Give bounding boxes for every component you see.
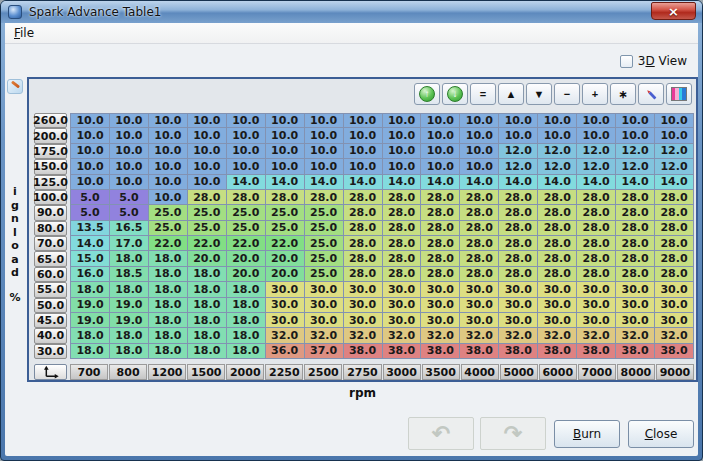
table-cell[interactable]: 30.0 (616, 298, 655, 313)
column-header-7000[interactable]: 7000 (578, 364, 616, 380)
add-button[interactable]: + (582, 83, 608, 105)
table-cell[interactable]: 10.0 (266, 144, 305, 159)
table-cell[interactable]: 14.0 (266, 175, 305, 190)
table-cell[interactable]: 28.0 (383, 205, 422, 220)
table-cell[interactable]: 14.0 (70, 236, 110, 251)
table-cell[interactable]: 10.0 (305, 144, 344, 159)
table-cell[interactable]: 12.0 (655, 159, 694, 174)
table-cell[interactable]: 18.0 (227, 328, 266, 343)
table-cell[interactable]: 17.0 (110, 236, 149, 251)
table-cell[interactable]: 19.0 (70, 298, 110, 313)
row-header-40[interactable]: 40.0 (34, 328, 67, 343)
window-titlebar[interactable]: Spark Advance Table1 × (1, 1, 702, 23)
table-cell[interactable]: 10.0 (305, 128, 344, 143)
table-cell[interactable]: 18.0 (188, 282, 227, 297)
table-cell[interactable]: 14.0 (499, 175, 538, 190)
table-cell[interactable]: 10.0 (344, 128, 383, 143)
table-cell[interactable]: 19.0 (110, 313, 149, 328)
table-cell[interactable]: 5.0 (110, 205, 149, 220)
table-cell[interactable]: 10.0 (266, 113, 305, 128)
table-cell[interactable]: 10.0 (344, 113, 383, 128)
table-cell[interactable]: 30.0 (305, 313, 344, 328)
table-cell[interactable]: 28.0 (499, 236, 538, 251)
table-cell[interactable]: 25.0 (227, 221, 266, 236)
table-cell[interactable]: 32.0 (499, 328, 538, 343)
table-cell[interactable]: 28.0 (577, 190, 616, 205)
burn-button[interactable]: Burn (554, 420, 620, 448)
table-cell[interactable]: 38.0 (344, 344, 383, 359)
column-header-1200[interactable]: 1200 (148, 364, 186, 380)
table-cell[interactable]: 10.0 (227, 113, 266, 128)
table-cell[interactable]: 10.0 (266, 159, 305, 174)
table-cell[interactable]: 30.0 (577, 313, 616, 328)
table-cell[interactable]: 16.5 (110, 221, 149, 236)
table-cell[interactable]: 32.0 (305, 328, 344, 343)
table-cell[interactable]: 10.0 (499, 128, 538, 143)
table-cell[interactable]: 28.0 (499, 267, 538, 282)
table-cell[interactable]: 18.0 (149, 251, 188, 266)
table-cell[interactable]: 28.0 (383, 251, 422, 266)
table-cell[interactable]: 30.0 (305, 298, 344, 313)
table-cell[interactable]: 18.0 (227, 298, 266, 313)
subtract-button[interactable]: − (554, 83, 580, 105)
table-cell[interactable]: 28.0 (499, 205, 538, 220)
table-cell[interactable]: 30.0 (655, 313, 694, 328)
table-cell[interactable]: 28.0 (421, 251, 460, 266)
table-cell[interactable]: 28.0 (305, 190, 344, 205)
table-cell[interactable]: 10.0 (383, 144, 422, 159)
table-cell[interactable]: 14.0 (460, 175, 499, 190)
table-cell[interactable]: 28.0 (421, 236, 460, 251)
table-cell[interactable]: 28.0 (421, 205, 460, 220)
table-cell[interactable]: 32.0 (383, 328, 422, 343)
table-cell[interactable]: 5.0 (70, 190, 110, 205)
table-cell[interactable]: 30.0 (577, 298, 616, 313)
table-cell[interactable]: 30.0 (538, 298, 577, 313)
table-cell[interactable]: 28.0 (538, 236, 577, 251)
table-cell[interactable]: 10.0 (149, 190, 188, 205)
table-cell[interactable]: 28.0 (538, 221, 577, 236)
table-cell[interactable]: 38.0 (616, 344, 655, 359)
table-cell[interactable]: 28.0 (655, 205, 694, 220)
table-cell[interactable]: 10.0 (227, 144, 266, 159)
table-cell[interactable]: 12.0 (499, 144, 538, 159)
table-cell[interactable]: 28.0 (344, 205, 383, 220)
table-cell[interactable]: 5.0 (70, 205, 110, 220)
table-cell[interactable]: 18.0 (149, 267, 188, 282)
table-cell[interactable]: 10.0 (577, 113, 616, 128)
checkbox-icon[interactable] (620, 55, 633, 68)
table-cell[interactable]: 10.0 (383, 128, 422, 143)
multiply-button[interactable]: ∗ (610, 83, 636, 105)
table-cell[interactable]: 30.0 (460, 313, 499, 328)
table-cell[interactable]: 18.0 (149, 282, 188, 297)
row-header-150[interactable]: 150.0 (34, 159, 67, 174)
table-cell[interactable]: 28.0 (577, 251, 616, 266)
table-cell[interactable]: 28.0 (577, 236, 616, 251)
table-cell[interactable]: 25.0 (266, 205, 305, 220)
table-cell[interactable]: 10.0 (344, 144, 383, 159)
table-cell[interactable]: 28.0 (616, 190, 655, 205)
table-cell[interactable]: 30.0 (344, 313, 383, 328)
table-cell[interactable]: 18.0 (188, 328, 227, 343)
table-cell[interactable]: 37.0 (305, 344, 344, 359)
table-cell[interactable]: 12.0 (616, 144, 655, 159)
row-header-200[interactable]: 200.0 (34, 128, 67, 143)
table-cell[interactable]: 10.0 (149, 113, 188, 128)
table-cell[interactable]: 28.0 (655, 236, 694, 251)
table-cell[interactable]: 25.0 (188, 221, 227, 236)
table-cell[interactable]: 30.0 (344, 298, 383, 313)
table-cell[interactable]: 38.0 (538, 344, 577, 359)
table-cell[interactable]: 28.0 (344, 190, 383, 205)
table-cell[interactable]: 18.0 (110, 344, 149, 359)
table-cell[interactable]: 18.0 (227, 282, 266, 297)
table-cell[interactable]: 25.0 (305, 221, 344, 236)
table-cell[interactable]: 10.0 (70, 144, 110, 159)
table-cell[interactable]: 10.0 (188, 144, 227, 159)
table-cell[interactable]: 28.0 (344, 236, 383, 251)
table-cell[interactable]: 15.0 (70, 251, 110, 266)
table-cell[interactable]: 5.0 (110, 190, 149, 205)
table-cell[interactable]: 30.0 (577, 282, 616, 297)
table-cell[interactable]: 30.0 (499, 298, 538, 313)
table-cell[interactable]: 20.0 (266, 251, 305, 266)
table-cell[interactable]: 28.0 (460, 205, 499, 220)
table-cell[interactable]: 18.0 (110, 251, 149, 266)
